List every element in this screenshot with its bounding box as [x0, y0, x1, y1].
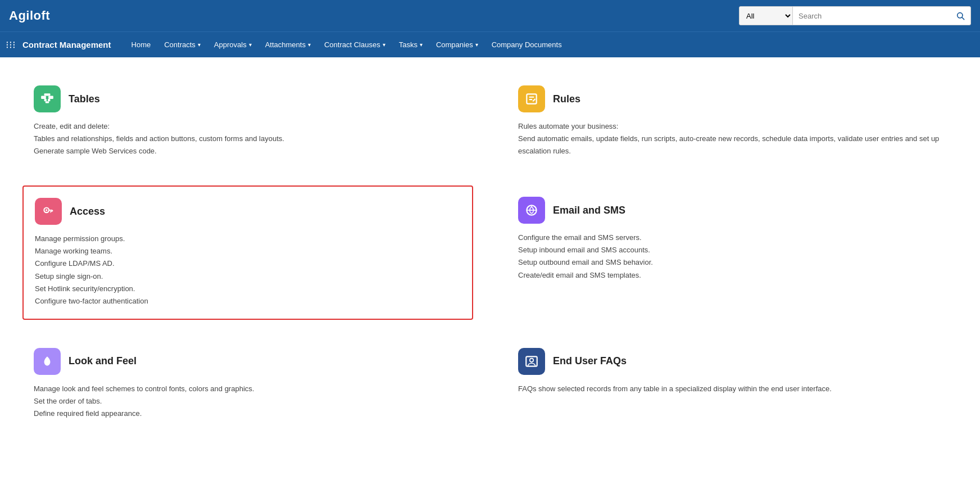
rules-description: Rules automate your business: Send autom… [518, 120, 946, 157]
cards-grid: Tables Create, edit and delete: Tables a… [22, 74, 958, 431]
email-sms-title: Email and SMS [553, 205, 625, 216]
svg-rect-3 [48, 96, 53, 99]
access-card[interactable]: Access Manage permission groups. Manage … [22, 185, 473, 320]
faqs-card-header: End User FAQs [518, 348, 946, 375]
access-icon-svg [41, 204, 56, 219]
faqs-description: FAQs show selected records from any tabl… [518, 383, 946, 395]
email-sms-card[interactable]: Email and SMS Configure the email and SM… [507, 185, 958, 320]
logo: Agiloft [9, 8, 50, 23]
nav-companies[interactable]: Companies ▾ [429, 32, 485, 58]
nav-attachments[interactable]: Attachments ▾ [258, 32, 317, 58]
email-sms-icon [518, 197, 545, 224]
rules-title: Rules [553, 93, 580, 105]
look-feel-icon-svg [40, 354, 55, 369]
email-sms-card-header: Email and SMS [518, 197, 946, 224]
faqs-icon [518, 348, 545, 375]
navbar: ⁝⁝⁝ Contract Management Home Contracts ▾… [0, 31, 980, 57]
faqs-title: End User FAQs [553, 355, 627, 367]
email-sms-icon-svg [524, 203, 539, 218]
svg-line-1 [962, 17, 964, 20]
access-card-header: Access [35, 198, 461, 225]
svg-rect-5 [44, 99, 47, 101]
svg-rect-4 [44, 93, 51, 96]
main-content: Tables Create, edit and delete: Tables a… [0, 57, 980, 498]
companies-chevron: ▾ [475, 42, 478, 48]
contracts-chevron: ▾ [198, 42, 201, 48]
nav-approvals[interactable]: Approvals ▾ [207, 32, 258, 58]
svg-line-11 [533, 99, 535, 101]
tables-icon-svg [40, 92, 55, 106]
faqs-card[interactable]: End User FAQs FAQs show selected records… [507, 337, 958, 431]
search-input[interactable] [793, 7, 950, 25]
rules-icon [518, 85, 545, 112]
clauses-chevron: ▾ [383, 42, 385, 48]
search-button[interactable] [950, 7, 970, 25]
access-title: Access [70, 206, 105, 218]
svg-rect-6 [48, 99, 50, 101]
svg-point-13 [46, 209, 47, 211]
access-icon [35, 198, 62, 225]
search-icon [956, 11, 965, 20]
rules-card-header: Rules [518, 85, 946, 112]
header: Agiloft All Any Contracts Approvals [0, 0, 980, 31]
look-feel-card-header: Look and Feel [34, 348, 462, 375]
attachments-chevron: ▾ [308, 42, 311, 48]
look-feel-description: Manage look and feel schemes to control … [34, 383, 462, 420]
email-sms-description: Configure the email and SMS servers. Set… [518, 232, 946, 281]
nav-company-documents[interactable]: Company Documents [485, 32, 569, 58]
svg-point-17 [530, 358, 534, 362]
nav-home[interactable]: Home [125, 32, 158, 58]
faqs-icon-svg [524, 354, 539, 369]
look-feel-card[interactable]: Look and Feel Manage look and feel schem… [22, 337, 473, 431]
tables-title: Tables [69, 93, 100, 105]
tables-icon [34, 85, 61, 112]
search-filter-select[interactable]: All Any Contracts Approvals [739, 7, 793, 25]
rules-card[interactable]: Rules Rules automate your business: Send… [507, 74, 958, 169]
access-description: Manage permission groups. Manage working… [35, 233, 461, 307]
nav-contracts[interactable]: Contracts ▾ [157, 32, 207, 58]
nav-tasks[interactable]: Tasks ▾ [392, 32, 429, 58]
tables-card-header: Tables [34, 85, 462, 112]
rules-icon-svg [524, 92, 539, 106]
grid-icon[interactable]: ⁝⁝⁝ [6, 39, 16, 51]
look-feel-icon [34, 348, 61, 375]
app-title: Contract Management [22, 40, 111, 49]
tables-description: Create, edit and delete: Tables and rela… [34, 120, 462, 157]
nav-contract-clauses[interactable]: Contract Clauses ▾ [317, 32, 392, 58]
svg-rect-7 [46, 101, 49, 103]
tables-card[interactable]: Tables Create, edit and delete: Tables a… [22, 74, 473, 169]
tasks-chevron: ▾ [420, 42, 423, 48]
approvals-chevron: ▾ [249, 42, 252, 48]
search-bar: All Any Contracts Approvals [739, 6, 971, 25]
svg-rect-2 [41, 96, 46, 99]
look-feel-title: Look and Feel [69, 355, 137, 367]
